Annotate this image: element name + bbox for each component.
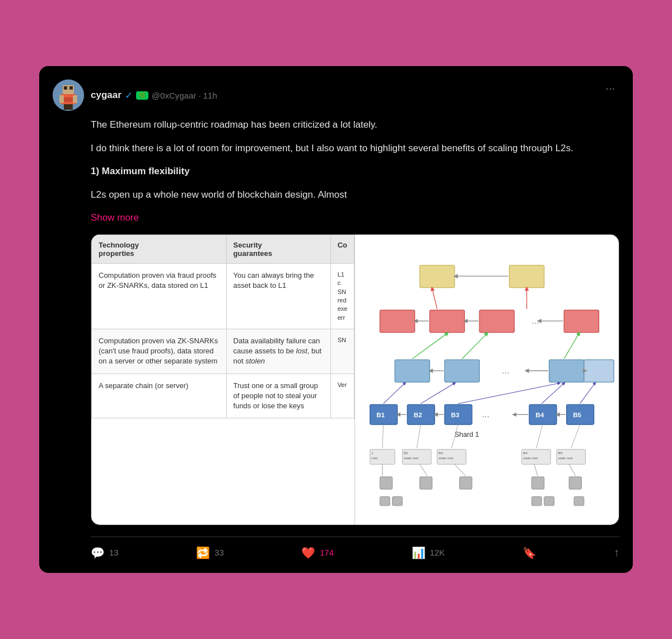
svg-rect-12	[420, 265, 455, 287]
bookmark-action[interactable]: 🔖	[522, 546, 536, 559]
svg-rect-25	[395, 360, 430, 382]
tweet-card: cygaar ✓ 🌿 @0xCygaar · 11h ··· The Ether…	[39, 66, 633, 573]
views-action[interactable]: 📊 12K	[412, 546, 445, 559]
svg-rect-9	[64, 104, 68, 110]
more-options-button[interactable]: ···	[601, 80, 619, 97]
col3-cell-2: SN	[330, 329, 354, 374]
svg-text:B4: B4	[536, 411, 544, 418]
handle[interactable]: @0xCygaar	[152, 91, 196, 100]
tweet-body: The Ethereum rollup-centric roadmap has …	[53, 118, 619, 559]
svg-text:B1: B1	[376, 411, 385, 418]
svg-text:1: 1	[371, 451, 374, 455]
table-row: Computation proven via fraud proofs or Z…	[92, 263, 354, 329]
comment-icon: 💬	[91, 546, 105, 559]
tech-cell-1: Computation proven via fraud proofs or Z…	[92, 263, 227, 329]
special-badge: 🌿	[136, 91, 148, 100]
svg-text:root: root	[371, 456, 377, 460]
svg-rect-78	[393, 497, 403, 506]
share-action[interactable]: ↑	[614, 546, 619, 559]
svg-text:state root: state root	[438, 456, 453, 460]
retweet-action[interactable]: 🔁 33	[196, 546, 224, 559]
media-container: Technologyproperties Securityguarantees …	[91, 234, 619, 525]
text-paragraph2: I do think there is a lot of room for im…	[91, 141, 619, 156]
italic-lost: lost	[296, 347, 307, 355]
svg-rect-81	[574, 497, 584, 506]
italic-stolen: stolen	[245, 357, 265, 365]
svg-rect-2	[64, 86, 67, 90]
col-header-security: Securityguarantees	[226, 235, 330, 263]
table-row: Computation proven via ZK-SNARKs (can't …	[92, 329, 354, 374]
tweet-header: cygaar ✓ 🌿 @0xCygaar · 11h ···	[53, 80, 619, 111]
svg-rect-75	[531, 477, 544, 489]
svg-text:B2: B2	[404, 451, 408, 455]
svg-text:B5: B5	[573, 411, 581, 418]
svg-rect-3	[69, 86, 73, 90]
tweet-text: The Ethereum rollup-centric roadmap has …	[91, 118, 619, 225]
security-cell-2: Data availability failure can cause asse…	[226, 329, 330, 374]
display-name[interactable]: cygaar	[91, 90, 122, 101]
svg-rect-4	[65, 92, 72, 94]
svg-text:...: ...	[482, 409, 489, 418]
col-header-third: Co	[330, 235, 354, 263]
tweet-header-left: cygaar ✓ 🌿 @0xCygaar · 11h	[53, 80, 217, 111]
svg-rect-10	[68, 104, 73, 110]
show-more-link[interactable]: Show more	[91, 212, 139, 223]
heart-icon: ❤️	[301, 546, 315, 559]
table-row: A separate chain (or server) Trust one o…	[92, 374, 354, 418]
tweet-actions: 💬 13 🔁 33 ❤️ 174 📊 12K 🔖 ↑	[91, 537, 619, 559]
tech-cell-2: Computation proven via ZK-SNARKs (can't …	[92, 329, 227, 374]
svg-rect-16	[430, 310, 464, 332]
avatar[interactable]	[53, 80, 84, 111]
svg-rect-27	[549, 360, 584, 382]
svg-text:state root: state root	[404, 456, 418, 460]
user-name-row: cygaar ✓ 🌿 @0xCygaar · 11h	[91, 90, 217, 101]
blockchain-diagram: ... ...	[355, 235, 619, 525]
diagram-side: ... ...	[355, 235, 619, 525]
svg-rect-80	[544, 497, 554, 506]
svg-rect-73	[420, 477, 432, 489]
retweet-icon: 🔁	[196, 546, 210, 559]
svg-rect-6	[64, 97, 73, 102]
bookmark-icon: 🔖	[522, 546, 536, 559]
svg-text:state root: state root	[523, 456, 538, 460]
svg-text:B2: B2	[414, 411, 422, 418]
svg-text:Shard 1: Shard 1	[455, 431, 479, 439]
security-cell-3: Trust one or a small group of people not…	[226, 374, 330, 418]
verified-icon: ✓	[125, 90, 133, 101]
svg-text:...: ...	[502, 366, 509, 375]
svg-text:B5: B5	[558, 451, 563, 455]
tech-cell-3: A separate chain (or server)	[92, 374, 227, 418]
time-ago[interactable]: 11h	[203, 91, 217, 100]
separator: ·	[198, 91, 203, 100]
comment-action[interactable]: 💬 13	[91, 546, 119, 559]
svg-rect-8	[73, 95, 77, 103]
chart-icon: 📊	[412, 546, 426, 559]
user-info: cygaar ✓ 🌿 @0xCygaar · 11h	[91, 90, 217, 101]
like-action[interactable]: ❤️ 174	[301, 546, 334, 559]
tech-table: Technologyproperties Securityguarantees …	[91, 235, 354, 418]
svg-rect-74	[460, 477, 472, 489]
svg-rect-76	[569, 477, 581, 489]
svg-rect-7	[59, 95, 64, 103]
svg-text:state root: state root	[558, 456, 573, 460]
like-count: 174	[320, 548, 334, 557]
svg-rect-77	[380, 497, 390, 506]
username-time: @0xCygaar · 11h	[152, 91, 217, 100]
svg-rect-15	[380, 310, 414, 332]
table-side: Technologyproperties Securityguarantees …	[91, 235, 355, 525]
svg-rect-17	[479, 310, 514, 332]
svg-rect-79	[531, 497, 542, 506]
text-paragraph1: The Ethereum rollup-centric roadmap has …	[91, 118, 619, 132]
text-heading: 1) Maximum flexibility	[91, 166, 190, 176]
col3-cell-1: L1 cSNredexeerr	[330, 263, 354, 329]
comment-count: 13	[109, 548, 119, 557]
share-icon: ↑	[614, 546, 619, 559]
col3-cell-3: Ver	[330, 374, 354, 418]
views-count: 12K	[430, 548, 445, 557]
svg-rect-28	[584, 360, 614, 382]
svg-rect-13	[509, 265, 544, 287]
svg-rect-18	[564, 310, 599, 332]
col-header-tech: Technologyproperties	[92, 235, 227, 263]
svg-rect-72	[380, 477, 392, 489]
svg-text:B3: B3	[438, 451, 443, 455]
